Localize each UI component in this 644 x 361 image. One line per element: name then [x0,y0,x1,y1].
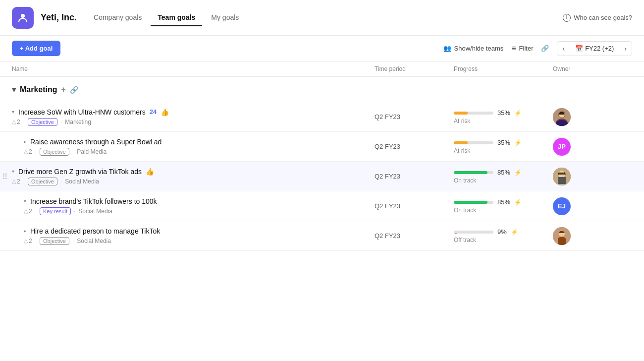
triangle-icon: △ [24,208,28,214]
progress-pct: 85% [497,169,510,176]
show-hide-teams-button[interactable]: 👥 Show/hide teams [443,45,504,52]
progress-cell: 9% ⚡ Off track [454,228,553,243]
progress-cell: 85% ⚡ On track [454,198,553,214]
svg-point-0 [21,14,25,18]
expand-icon[interactable]: ▸ [24,139,26,144]
expand-icon[interactable]: ▸ [24,228,26,234]
progress-pct: 85% [497,198,510,206]
goal-row: ▸ Raise awareness through a Super Bowl a… [0,132,644,162]
progress-row: 35% ⚡ [454,109,553,117]
progress-bar-bg [454,201,493,204]
period-prev-button[interactable]: ‹ [557,42,570,56]
progress-pct: 9% [497,228,507,236]
goal-name-cell: ▸ Raise awareness through a Super Bowl a… [24,138,375,156]
link-icon: 🔗 [541,45,549,52]
company-logo [12,7,34,29]
goal-title[interactable]: Increase brand's TikTok followers to 100… [30,197,157,205]
toolbar: + Add goal 👥 Show/hide teams ≡ Filter 🔗 … [0,36,644,61]
goal-row: ▾ Increase SoW with Ultra-HNW customers … [0,102,644,132]
users-icon: 👥 [443,45,451,52]
col-progress: Progress [454,65,553,72]
group-toggle-marketing[interactable]: ▾ [12,85,16,94]
progress-bar-fill [454,112,468,115]
goal-title-row: ▸ Raise awareness through a Super Bowl a… [24,138,375,146]
owner-cell [553,168,632,185]
objective-badge: Objective [28,118,57,126]
avatar [553,108,571,126]
goal-name-cell: ▸ Hire a dedicated person to manage TikT… [24,227,375,245]
spacer [0,98,644,102]
objective-badge: Objective [40,237,69,245]
triangle-icon: △ [12,119,16,125]
tab-my-goals[interactable]: My goals [204,9,246,26]
goal-name-cell: ▾ Increase brand's TikTok followers to 1… [24,197,375,215]
thumb-up-icon: 👍 [161,108,169,116]
goal-meta: △ 2 · Objective · Social Media [24,237,375,245]
goal-title-row: ▸ Hire a dedicated person to manage TikT… [24,227,375,235]
avatar: EJ [553,197,571,215]
goal-title[interactable]: Hire a dedicated person to manage TikTok [30,227,160,235]
group-link-icon[interactable]: 🔗 [70,86,78,94]
progress-bar-fill [454,141,468,144]
expand-icon[interactable]: ▾ [12,109,14,115]
progress-status: Off track [454,237,553,243]
link-button[interactable]: 🔗 [541,45,549,52]
objective-badge: Objective [28,178,57,185]
period-next-button[interactable]: › [619,42,632,56]
group-add-button[interactable]: + [61,85,66,94]
progress-status: At risk [454,118,553,124]
col-time-period: Time period [375,65,454,72]
progress-cell: 85% ⚡ On track [454,169,553,184]
key-result-badge: Key result [40,207,71,215]
owner-cell [553,227,632,245]
goal-title-row: ▾ Increase SoW with Ultra-HNW customers … [12,108,375,116]
company-name: Yeti, Inc. [41,12,77,23]
goal-meta: △ 2 · Key result · Social Media [24,207,375,215]
sub-count: △ 2 [24,208,32,215]
time-period: Q2 FY23 [375,143,454,150]
owner-cell: JP [553,138,632,156]
sub-count: △ 2 [24,238,32,244]
toolbar-right: 👥 Show/hide teams ≡ Filter 🔗 ‹ 📅 FY22 (+… [443,41,632,56]
add-goal-button[interactable]: + Add goal [12,41,60,56]
filter-icon: ≡ [511,44,516,53]
header-right: i Who can see goals? [563,14,632,22]
avatar-initials: EJ [558,202,566,210]
filter-button[interactable]: ≡ Filter [511,44,533,53]
calendar-icon: 📅 [575,45,583,52]
goal-title[interactable]: Raise awareness through a Super Bowl ad [30,138,161,146]
goal-name-cell: ▾ Increase SoW with Ultra-HNW customers … [12,108,375,126]
expand-icon[interactable]: ▾ [24,198,26,204]
team-label: Paid Media [77,148,107,155]
team-label: Social Media [65,178,99,185]
tab-company-goals[interactable]: Company goals [87,9,149,26]
bolt-icon: ⚡ [514,169,522,176]
progress-bar-fill [454,171,487,174]
progress-status: On track [454,207,553,214]
progress-status: On track [454,177,553,184]
main-nav: Company goals Team goals My goals [87,9,246,26]
tab-team-goals[interactable]: Team goals [151,9,202,26]
bolt-icon: ⚡ [514,139,522,146]
drag-handle[interactable]: ⠿ [2,172,8,181]
app-header: Yeti, Inc. Company goals Team goals My g… [0,0,644,36]
sub-count: △ 2 [12,178,20,185]
owner-cell [553,108,632,126]
progress-bar-fill [454,201,487,204]
progress-cell: 35% ⚡ At risk [454,139,553,154]
svg-rect-9 [558,177,566,184]
progress-bar-bg [454,171,493,174]
sub-count: △ 2 [24,148,32,155]
expand-icon[interactable]: ▾ [12,169,14,174]
progress-cell: 35% ⚡ At risk [454,109,553,124]
goal-title-row: ⠿ ▾ Drive more Gen Z growth via TikTok a… [12,168,375,176]
goal-title[interactable]: Drive more Gen Z growth via TikTok ads [18,168,142,176]
sub-count: △ 2 [12,119,20,125]
like-outline-icon[interactable]: 👍 [146,168,154,176]
progress-pct: 35% [497,109,510,117]
who-can-see-label[interactable]: Who can see goals? [574,14,632,21]
goal-title[interactable]: Increase SoW with Ultra-HNW customers [18,108,146,116]
avatar-initials: JP [558,143,566,150]
goal-row: ⠿ ▾ Drive more Gen Z growth via TikTok a… [0,162,644,191]
goal-name-cell: ⠿ ▾ Drive more Gen Z growth via TikTok a… [12,168,375,185]
